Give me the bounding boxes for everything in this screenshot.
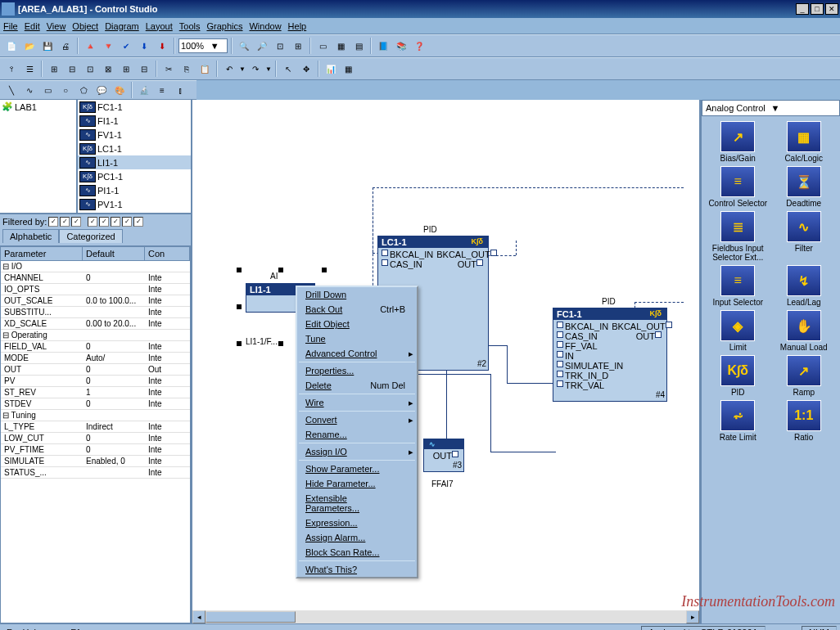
micro-icon[interactable]: 🔬 [136, 82, 152, 98]
param-row[interactable]: CHANNEL0Inte [1, 272, 190, 284]
vlines-icon[interactable]: ⫿ [172, 82, 188, 98]
align-icon[interactable]: ⫯ [3, 61, 20, 77]
parameter-table[interactable]: Parameter Default Con I/OCHANNEL0InteIO_… [0, 246, 191, 623]
check-icon[interactable]: ✔ [118, 38, 134, 54]
palette-item[interactable]: ↗Bias/Gain [707, 121, 770, 163]
col-con[interactable]: Con [145, 247, 190, 260]
menu-view[interactable]: View [47, 21, 66, 31]
download-icon[interactable]: 🔻 [100, 38, 116, 54]
redo-drop-icon[interactable]: ▼ [265, 65, 272, 73]
upload-icon[interactable]: 🔺 [82, 38, 98, 54]
context-menu-item[interactable]: Expression... [297, 515, 417, 530]
arrow-down-blue-icon[interactable]: ⬇ [136, 38, 152, 54]
help-icon[interactable]: ❓ [411, 38, 427, 54]
param-row[interactable]: LOW_CUT0Inte [1, 433, 190, 444]
filter-cb[interactable]: ✓ [60, 217, 70, 227]
group4-icon[interactable]: ⊠ [100, 61, 116, 77]
group6-icon[interactable]: ⊟ [136, 61, 152, 77]
library-icon[interactable]: 📚 [393, 38, 409, 54]
group5-icon[interactable]: ⊞ [118, 61, 134, 77]
context-menu-item[interactable]: Assign I/O▸ [297, 444, 417, 459]
redo-icon[interactable]: ↷ [247, 61, 264, 77]
scroll-left-icon[interactable]: ◂ [192, 610, 205, 623]
group2-icon[interactable]: ⊟ [64, 61, 80, 77]
open-icon[interactable]: 📂 [21, 38, 38, 54]
save-icon[interactable]: 💾 [39, 38, 56, 54]
grid-icon[interactable]: ▦ [341, 61, 357, 77]
context-menu-item[interactable]: Wire▸ [297, 395, 417, 410]
block-list-item[interactable]: ∿FV1-1 [78, 128, 191, 142]
context-menu-item[interactable]: DeleteNum Del [297, 378, 417, 393]
block-list-item[interactable]: ∿PV1-1 [78, 197, 191, 211]
tree-root[interactable]: LAB1 [15, 102, 37, 112]
context-menu-item[interactable]: Rename... [297, 427, 417, 442]
copy-icon[interactable]: ⎘ [178, 61, 195, 77]
block-list-item[interactable]: K∫δLC1-1 [78, 142, 191, 155]
context-menu-item[interactable]: What's This? [297, 562, 417, 577]
menu-help[interactable]: Help [288, 21, 307, 31]
filter-cb[interactable]: ✓ [133, 217, 143, 227]
context-menu-item[interactable]: Hide Parameter... [297, 476, 417, 491]
palette-item[interactable]: ≡Input Selector [707, 265, 770, 307]
context-menu-item[interactable]: Advanced Control▸ [297, 346, 417, 361]
palette-item[interactable]: ≡Control Selector [707, 166, 770, 208]
block-list-item[interactable]: ∿FI1-1 [78, 114, 191, 128]
chart-icon[interactable]: 📊 [323, 61, 339, 77]
line-icon[interactable]: ╲ [3, 82, 20, 98]
hlines-icon[interactable]: ≡ [154, 82, 170, 98]
filter-cb[interactable]: ✓ [71, 217, 81, 227]
block-list-item[interactable]: ∿LI1-1 [78, 155, 191, 169]
filter-cb[interactable]: ✓ [48, 217, 58, 227]
maximize-button[interactable]: □ [811, 3, 824, 15]
tab-alphabetic[interactable]: Alphabetic [2, 229, 59, 243]
palette-item[interactable]: ↗Ramp [773, 355, 836, 397]
dropdown-arrow-icon[interactable]: ▼ [204, 41, 225, 51]
filter-cb[interactable]: ✓ [122, 217, 132, 227]
context-menu-item[interactable]: Back OutCtrl+B [297, 302, 417, 317]
group1-icon[interactable]: ⊞ [46, 61, 62, 77]
menu-edit[interactable]: Edit [25, 21, 40, 31]
context-menu-item[interactable]: Extensible Parameters... [297, 491, 417, 515]
tab-categorized[interactable]: Categorized [59, 229, 122, 243]
undo-icon[interactable]: ↶ [221, 61, 237, 77]
minimize-button[interactable]: _ [796, 3, 809, 15]
block-list-item[interactable]: K∫δFC1-1 [78, 100, 191, 114]
cut-icon[interactable]: ✂ [160, 61, 177, 77]
rect-icon[interactable]: ▭ [39, 82, 56, 98]
palette-item[interactable]: ⩫Rate Limit [707, 400, 770, 442]
layout1-icon[interactable]: ▭ [314, 38, 331, 54]
distribute-icon[interactable]: ☰ [21, 61, 38, 77]
palette-category-combo[interactable]: Analog Control ▼ [702, 100, 840, 116]
new-icon[interactable]: 📄 [3, 38, 20, 54]
param-row[interactable]: L_TYPEIndirectInte [1, 421, 190, 433]
param-row[interactable]: FIELD_VAL0Inte [1, 341, 190, 353]
context-menu-item[interactable]: Show Parameter... [297, 461, 417, 476]
canvas-hscrollbar[interactable]: ◂ ▸ [192, 610, 699, 623]
close-button[interactable]: ✕ [825, 3, 838, 15]
context-menu-item[interactable]: Block Scan Rate... [297, 545, 417, 560]
dropdown-arrow-icon[interactable]: ▼ [771, 103, 837, 113]
palette-item[interactable]: ▦Calc/Logic [773, 121, 836, 163]
filter-cb[interactable]: ✓ [111, 217, 120, 227]
context-menu-item[interactable]: Tune [297, 331, 417, 346]
zoom-in-icon[interactable]: 🔍 [236, 38, 252, 54]
zoom-area-icon[interactable]: ⊞ [290, 38, 306, 54]
block-list-item[interactable]: ∿PI1-1 [78, 183, 191, 197]
context-menu-item[interactable]: Edit Object [297, 317, 417, 331]
ao-block[interactable]: ∿ OUT #3 [423, 439, 464, 472]
context-menu-item[interactable]: Convert▸ [297, 412, 417, 427]
palette-item[interactable]: ◈Limit [707, 310, 770, 352]
param-row[interactable]: STDEV0Inte [1, 398, 190, 410]
param-row[interactable]: ST_REV1Inte [1, 387, 190, 398]
group3-icon[interactable]: ⊡ [82, 61, 98, 77]
layout2-icon[interactable]: ▦ [332, 38, 349, 54]
menu-window[interactable]: Window [249, 21, 281, 31]
polygon-icon[interactable]: ⬠ [75, 82, 92, 98]
param-row[interactable]: OUT0Out [1, 364, 190, 376]
palette-icon[interactable]: 🎨 [111, 82, 128, 98]
book-icon[interactable]: 📘 [375, 38, 391, 54]
move-icon[interactable]: ✥ [298, 61, 314, 77]
pointer-icon[interactable]: ↖ [280, 61, 296, 77]
param-row[interactable]: MODEAuto/Inte [1, 353, 190, 364]
menu-file[interactable]: File [3, 21, 18, 31]
